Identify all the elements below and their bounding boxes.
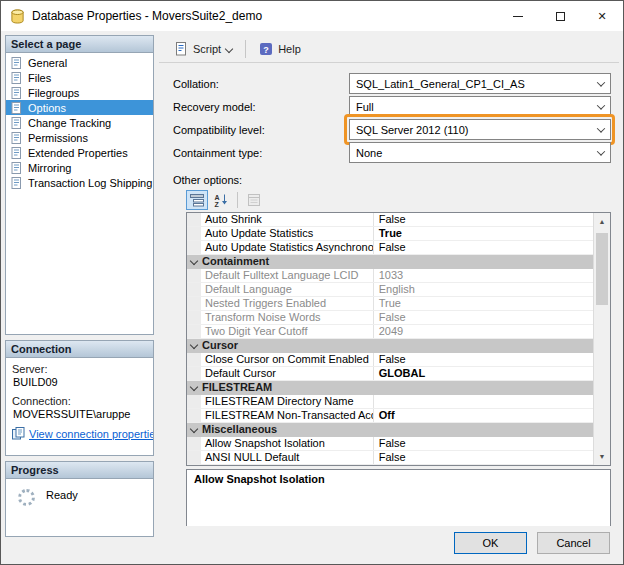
grid-category-row[interactable]: Cursor: [187, 339, 593, 353]
property-name: FILESTREAM Directory Name: [201, 395, 374, 408]
property-value[interactable]: True: [374, 297, 593, 310]
property-name: FILESTREAM Non-Transacted Access: [201, 409, 374, 422]
property-pages-button[interactable]: [243, 190, 265, 210]
property-value[interactable]: Off: [374, 409, 593, 422]
grid-property-row[interactable]: ANSI NULL DefaultFalse: [187, 451, 593, 465]
sidebar-item-permissions[interactable]: Permissions: [6, 130, 153, 145]
select-page-panel: Select a page GeneralFilesFilegroupsOpti…: [5, 35, 154, 335]
grid-category-row[interactable]: FILESTREAM: [187, 381, 593, 395]
grid-category-row[interactable]: Containment: [187, 255, 593, 269]
row-gutter: [187, 283, 201, 296]
row-gutter: [187, 241, 201, 254]
sidebar-item-label: Change Tracking: [28, 117, 111, 129]
property-value[interactable]: 1033: [374, 269, 593, 282]
category-label: FILESTREAM: [202, 381, 272, 395]
property-value[interactable]: False: [374, 437, 593, 450]
maximize-button[interactable]: [539, 1, 581, 31]
grid-property-row[interactable]: Close Cursor on Commit EnabledFalse: [187, 353, 593, 367]
compatibility-level-label: Compatibility level:: [173, 124, 349, 136]
other-options-property-grid: Auto ShrinkFalseAuto Update StatisticsTr…: [186, 212, 611, 466]
property-value[interactable]: False: [374, 353, 593, 366]
collapse-chevron-icon[interactable]: [187, 381, 202, 395]
sidebar-item-label: Options: [28, 102, 66, 114]
collapse-chevron-icon[interactable]: [187, 339, 202, 353]
property-name: Transform Noise Words: [201, 311, 374, 324]
options-page-content: Collation: SQL_Latin1_General_CP1_CI_AS …: [159, 63, 619, 526]
connection-label: Connection:: [12, 395, 147, 407]
server-label: Server:: [12, 363, 147, 375]
sidebar: Select a page GeneralFilesFilegroupsOpti…: [5, 35, 154, 560]
property-value[interactable]: English: [374, 283, 593, 296]
containment-type-label: Containment type:: [173, 147, 349, 159]
property-value[interactable]: 2049: [374, 325, 593, 338]
view-connection-properties-link[interactable]: View connection properties: [29, 428, 154, 440]
property-value[interactable]: True: [374, 227, 593, 240]
sidebar-item-general[interactable]: General: [6, 55, 153, 70]
grid-scrollbar[interactable]: ▲ ▼: [593, 213, 610, 465]
page-icon: [11, 72, 24, 84]
grid-property-row[interactable]: Transform Noise WordsFalse: [187, 311, 593, 325]
minimize-button[interactable]: [497, 1, 539, 31]
property-pages-icon: [247, 193, 261, 207]
row-gutter: [187, 451, 201, 464]
help-button[interactable]: ? Help: [250, 38, 310, 60]
property-value[interactable]: False: [374, 451, 593, 464]
titlebar: Database Properties - MoversSuite2_demo …: [1, 1, 623, 31]
grid-category-row[interactable]: Miscellaneous: [187, 423, 593, 437]
row-gutter: [187, 325, 201, 338]
containment-type-select[interactable]: None: [349, 142, 611, 163]
property-value[interactable]: [374, 395, 593, 408]
script-button[interactable]: Script: [165, 38, 241, 60]
grid-property-row[interactable]: Two Digit Year Cutoff2049: [187, 325, 593, 339]
sidebar-item-options[interactable]: Options: [6, 100, 153, 115]
property-value[interactable]: False: [374, 311, 593, 324]
recovery-model-value: Full: [356, 101, 374, 113]
compatibility-level-select[interactable]: SQL Server 2012 (110): [349, 119, 611, 140]
sidebar-item-filegroups[interactable]: Filegroups: [6, 85, 153, 100]
alphabetical-sort-button[interactable]: A Z: [210, 190, 232, 210]
property-value[interactable]: False: [374, 241, 593, 254]
collation-select[interactable]: SQL_Latin1_General_CP1_CI_AS: [349, 73, 611, 94]
property-value[interactable]: GLOBAL: [374, 367, 593, 380]
ok-button[interactable]: OK: [454, 532, 527, 554]
grid-property-row[interactable]: Auto Update Statistics AsynchronouslyFal…: [187, 241, 593, 255]
grid-property-row[interactable]: Default Fulltext Language LCID1033: [187, 269, 593, 283]
grid-toolbar: A Z: [186, 190, 611, 210]
chevron-down-icon: [592, 120, 610, 139]
cancel-button[interactable]: Cancel: [537, 532, 610, 554]
property-value[interactable]: False: [374, 213, 593, 226]
sidebar-item-transaction-log-shipping[interactable]: Transaction Log Shipping: [6, 175, 153, 190]
close-button[interactable]: ✕: [581, 1, 623, 31]
sidebar-item-mirroring[interactable]: Mirroring: [6, 160, 153, 175]
collation-value: SQL_Latin1_General_CP1_CI_AS: [356, 78, 525, 90]
scrollbar-track[interactable]: [594, 230, 610, 448]
sidebar-item-extended-properties[interactable]: Extended Properties: [6, 145, 153, 160]
collapse-chevron-icon[interactable]: [187, 255, 202, 269]
chevron-down-icon: [592, 143, 610, 162]
sidebar-item-change-tracking[interactable]: Change Tracking: [6, 115, 153, 130]
connection-panel: Connection Server: BUILD09 Connection: M…: [5, 340, 154, 456]
compatibility-level-value: SQL Server 2012 (110): [356, 124, 469, 136]
scroll-up-button[interactable]: ▲: [594, 213, 610, 230]
grid-property-row[interactable]: Auto ShrinkFalse: [187, 213, 593, 227]
sidebar-item-label: Permissions: [28, 132, 88, 144]
close-icon: ✕: [597, 11, 606, 22]
page-icon: [11, 147, 24, 159]
collapse-chevron-icon[interactable]: [187, 423, 202, 437]
property-name: Allow Snapshot Isolation: [201, 437, 374, 450]
grid-property-row[interactable]: Default CursorGLOBAL: [187, 367, 593, 381]
categorized-view-button[interactable]: [186, 190, 208, 210]
sidebar-item-files[interactable]: Files: [6, 70, 153, 85]
grid-property-row[interactable]: Allow Snapshot IsolationFalse: [187, 437, 593, 451]
scrollbar-thumb[interactable]: [596, 233, 608, 305]
page-icon: [11, 57, 24, 69]
recovery-model-select[interactable]: Full: [349, 96, 611, 117]
scroll-down-button[interactable]: ▼: [594, 448, 610, 465]
property-name: ANSI NULL Default: [201, 451, 374, 464]
grid-property-row[interactable]: Default LanguageEnglish: [187, 283, 593, 297]
other-options-label: Other options:: [173, 174, 611, 186]
grid-property-row[interactable]: Auto Update StatisticsTrue: [187, 227, 593, 241]
grid-property-row[interactable]: Nested Triggers EnabledTrue: [187, 297, 593, 311]
grid-property-row[interactable]: FILESTREAM Non-Transacted AccessOff: [187, 409, 593, 423]
grid-property-row[interactable]: FILESTREAM Directory Name: [187, 395, 593, 409]
